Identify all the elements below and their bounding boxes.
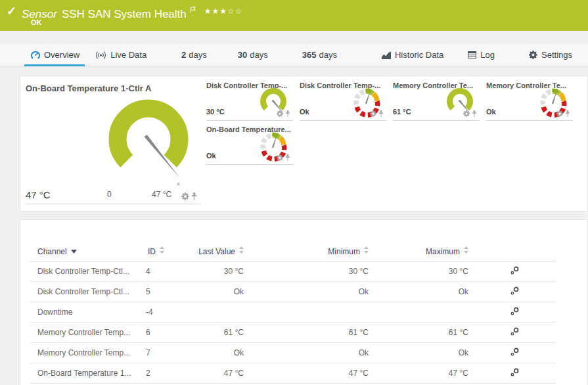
- table-row: Disk Controller Temp-Ctl... 5 Ok Ok Ok: [30, 282, 556, 302]
- tab-label: days: [319, 50, 336, 60]
- channel-gear-icon[interactable]: [181, 191, 189, 203]
- primary-gauge-tile: On-Board Temperature 1-Ctlr A ✕ 47 °C 0 …: [20, 76, 205, 211]
- tab-365-days[interactable]: 365 days: [302, 44, 337, 66]
- area-chart-icon: [382, 51, 391, 59]
- sort-both-icon: [239, 246, 244, 256]
- channel-settings-wrench-icon[interactable]: [510, 368, 519, 378]
- tab-label: Overview: [44, 50, 79, 60]
- primary-gauge-value: 47 °C: [26, 189, 51, 200]
- channel-settings-wrench-icon[interactable]: [510, 307, 519, 317]
- primary-gauge: [79, 87, 217, 187]
- cell-minimum: Ok: [249, 282, 374, 302]
- cell-minimum: [249, 302, 374, 323]
- status-check-icon: ✓: [7, 4, 16, 18]
- primary-gauge-scale-max: 47 °C: [152, 190, 171, 199]
- channel-gear-icon[interactable]: [370, 108, 376, 120]
- gauge-tile: On-Board Temperature... Ok: [206, 124, 293, 165]
- gauge-tile: Disk Controller Temp-... Ok: [300, 79, 386, 121]
- table-row: Disk Controller Temp-Ctl... 4 30 °C 30 °…: [30, 261, 556, 282]
- sort-both-icon: [364, 246, 369, 256]
- cell-maximum: 47 °C: [374, 363, 474, 384]
- gauge-tile-value: Ok: [300, 108, 309, 116]
- gauge-tile: Disk Controller Temp-... 30 °C: [206, 79, 293, 121]
- column-header-last-value[interactable]: Last Value: [190, 242, 249, 261]
- cell-minimum: Ok: [249, 343, 374, 363]
- sensor-title: SSH SAN System Health: [62, 8, 187, 20]
- cell-minimum: 61 °C: [249, 323, 374, 343]
- cell-id: 4: [141, 261, 190, 282]
- cell-maximum: [374, 302, 474, 323]
- tab-settings[interactable]: Settings: [529, 44, 572, 66]
- gauge-tile-value: 61 °C: [393, 108, 411, 116]
- pin-icon[interactable]: [472, 108, 477, 120]
- tab-live-data[interactable]: Live Data: [95, 44, 147, 66]
- channel-settings-wrench-icon[interactable]: [510, 266, 519, 277]
- gauge-tile-tools: [370, 108, 384, 120]
- cell-channel: Memory Controller Temp...: [30, 323, 141, 343]
- tab-label-strong: 30: [238, 50, 247, 60]
- gauges-panel: On-Board Temperature 1-Ctlr A ✕ 47 °C 0 …: [20, 76, 588, 212]
- channel-table: Channel ID Last Value Minimum Maximum Di…: [30, 242, 556, 385]
- pin-icon[interactable]: [285, 152, 290, 164]
- gauge-tiles-grid: Disk Controller Temp-... 30 °C Disk Cont…: [206, 79, 588, 168]
- pin-icon[interactable]: [191, 191, 197, 203]
- status-badge: OK: [31, 18, 42, 26]
- sort-both-icon: [160, 246, 164, 256]
- column-header-maximum[interactable]: Maximum: [374, 242, 474, 261]
- tab-historic-data[interactable]: Historic Data: [382, 44, 443, 66]
- cell-maximum: 61 °C: [374, 323, 474, 343]
- tab-bar: Overview Live Data 2 days 30 days 365 da…: [0, 44, 588, 66]
- sensor-status-header: ✓ SensorSSH SAN System Health★★★☆☆ OK: [0, 0, 588, 31]
- column-header-id[interactable]: ID: [141, 242, 190, 261]
- column-header-channel[interactable]: Channel: [30, 242, 141, 261]
- tab-log[interactable]: Log: [468, 44, 495, 66]
- channel-gear-icon[interactable]: [556, 108, 563, 120]
- pin-icon[interactable]: [285, 108, 290, 120]
- column-header-minimum[interactable]: Minimum: [249, 242, 374, 261]
- cell-maximum: Ok: [374, 343, 474, 363]
- table-header-row: Channel ID Last Value Minimum Maximum: [30, 242, 556, 261]
- gauge-tile-tools: [556, 108, 570, 120]
- max-marker-icon: ✕: [176, 181, 181, 187]
- tab-overview[interactable]: Overview: [31, 44, 79, 66]
- broadcast-icon: [95, 51, 106, 59]
- gauge-tile: Memory Controller Te... 61 °C: [393, 79, 480, 121]
- tab-30-days[interactable]: 30 days: [238, 44, 268, 66]
- flag-icon[interactable]: [190, 3, 196, 16]
- tile-divider: [26, 204, 200, 204]
- channel-settings-wrench-icon[interactable]: [510, 286, 519, 297]
- gauge-tile-tools: [277, 108, 290, 120]
- cell-last-value: Ok: [190, 343, 249, 363]
- gauge-tile-tools: [463, 108, 477, 120]
- channel-gear-icon[interactable]: [277, 152, 283, 164]
- channel-gear-icon[interactable]: [277, 108, 283, 120]
- cell-last-value: 47 °C: [190, 363, 249, 384]
- cell-maximum: Ok: [374, 282, 474, 302]
- cell-channel: Disk Controller Temp-Ctl...: [30, 261, 141, 282]
- pin-icon[interactable]: [378, 108, 384, 120]
- primary-gauge-scale-min: 0: [107, 190, 112, 199]
- primary-gauge-tools: [181, 191, 197, 203]
- cell-last-value: 30 °C: [190, 261, 249, 282]
- channel-settings-wrench-icon[interactable]: [510, 348, 519, 358]
- channel-gear-icon[interactable]: [463, 108, 470, 120]
- cell-id: 2: [141, 363, 190, 384]
- gauge-tile-value: 30 °C: [206, 108, 225, 116]
- cell-minimum: 47 °C: [249, 363, 374, 384]
- sort-both-icon: [464, 246, 468, 256]
- log-list-icon: [468, 51, 476, 58]
- tab-label: Historic Data: [395, 50, 443, 60]
- tab-label: Log: [480, 50, 495, 60]
- gauge-tile-value: Ok: [486, 108, 496, 116]
- priority-stars[interactable]: ★★★☆☆: [204, 7, 243, 16]
- table-row: Memory Controller Temp... 7 Ok Ok Ok: [30, 343, 556, 363]
- tab-label: Settings: [541, 50, 572, 60]
- cell-last-value: 61 °C: [190, 323, 249, 343]
- cell-channel: Memory Controller Temp...: [30, 343, 141, 363]
- sort-desc-icon: [71, 246, 77, 256]
- channel-settings-wrench-icon[interactable]: [510, 327, 519, 338]
- table-row: On-Board Temperature 1... 2 47 °C 47 °C …: [30, 363, 556, 384]
- pin-icon[interactable]: [565, 108, 570, 120]
- tab-2-days[interactable]: 2 days: [181, 44, 207, 66]
- cell-channel: On-Board Temperature 1...: [30, 363, 141, 384]
